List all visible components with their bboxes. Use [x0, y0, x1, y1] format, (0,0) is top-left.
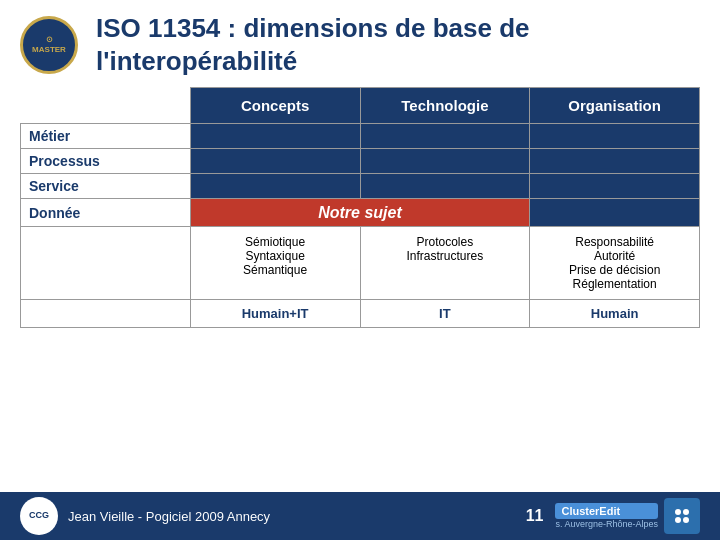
- cluster-edit-brand: ClusterEdit s. Auvergne-Rhône-Alpes: [555, 503, 658, 529]
- cell-processus-technologie: [360, 149, 530, 174]
- desc-row-label: [21, 227, 191, 300]
- bottom-technologie: IT: [360, 300, 530, 328]
- logo-text: ⊙MASTER: [32, 35, 66, 54]
- cell-service-organisation: [530, 174, 700, 199]
- desc-concepts-text: SémiotiqueSyntaxiqueSémantique: [243, 235, 307, 277]
- cell-service-technologie: [360, 174, 530, 199]
- footer: CCG Jean Vieille - Pogiciel 2009 Annecy …: [0, 492, 720, 540]
- dot-3: [675, 517, 681, 523]
- table-row-service: Service: [21, 174, 700, 199]
- dot-2: [683, 509, 689, 515]
- cell-metier-technologie: [360, 124, 530, 149]
- cell-metier-concepts: [190, 124, 360, 149]
- row-label-processus: Processus: [21, 149, 191, 174]
- desc-concepts: SémiotiqueSyntaxiqueSémantique: [190, 227, 360, 300]
- row-label-donnee: Donnée: [21, 199, 191, 227]
- bottom-row-label: [21, 300, 191, 328]
- footer-page-number: 11: [526, 507, 544, 525]
- cluster-icon: [664, 498, 700, 534]
- footer-label: Jean Vieille - Pogiciel 2009 Annecy: [68, 509, 270, 524]
- footer-right: 11 ClusterEdit s. Auvergne-Rhône-Alpes: [526, 498, 700, 534]
- footer-ccg-logo: CCG: [20, 497, 58, 535]
- col-header-empty: [21, 88, 191, 124]
- desc-technologie: ProtocolesInfrastructures: [360, 227, 530, 300]
- footer-brand: ClusterEdit s. Auvergne-Rhône-Alpes: [555, 498, 700, 534]
- bottom-concepts: Humain+IT: [190, 300, 360, 328]
- table-row-donnee: Donnée Notre sujet: [21, 199, 700, 227]
- main-content: Concepts Technologie Organisation Métier…: [0, 87, 720, 328]
- header-logo: ⊙MASTER: [20, 16, 78, 74]
- cell-metier-organisation: [530, 124, 700, 149]
- dot-4: [683, 517, 689, 523]
- title-line1: ISO 11354 : dimensions de base de: [96, 12, 530, 45]
- page-title: ISO 11354 : dimensions de base de l'inte…: [96, 12, 530, 77]
- desc-organisation-text: ResponsabilitéAutoritéPrise de décisionR…: [569, 235, 660, 291]
- title-line2: l'interopérabilité: [96, 45, 530, 78]
- col-header-organisation: Organisation: [530, 88, 700, 124]
- table-row-metier: Métier: [21, 124, 700, 149]
- footer-logo-text: CCG: [29, 511, 49, 521]
- cell-service-concepts: [190, 174, 360, 199]
- col-header-concepts: Concepts: [190, 88, 360, 124]
- cell-processus-organisation: [530, 149, 700, 174]
- notre-sujet-cell: Notre sujet: [190, 199, 530, 227]
- cluster-dots-top: [675, 509, 689, 515]
- table-row-description: SémiotiqueSyntaxiqueSémantique Protocole…: [21, 227, 700, 300]
- row-label-metier: Métier: [21, 124, 191, 149]
- header: ⊙MASTER ISO 11354 : dimensions de base d…: [0, 0, 720, 87]
- cell-donnee-organisation: [530, 199, 700, 227]
- col-header-technologie: Technologie: [360, 88, 530, 124]
- dot-1: [675, 509, 681, 515]
- table-row-bottom: Humain+IT IT Humain: [21, 300, 700, 328]
- bottom-organisation: Humain: [530, 300, 700, 328]
- brand-subtitle: s. Auvergne-Rhône-Alpes: [555, 519, 658, 529]
- desc-technologie-text: ProtocolesInfrastructures: [407, 235, 484, 263]
- cell-processus-concepts: [190, 149, 360, 174]
- brand-name: ClusterEdit: [555, 503, 658, 519]
- desc-organisation: ResponsabilitéAutoritéPrise de décisionR…: [530, 227, 700, 300]
- row-label-service: Service: [21, 174, 191, 199]
- iso-table: Concepts Technologie Organisation Métier…: [20, 87, 700, 328]
- cluster-dots-bottom: [675, 517, 689, 523]
- table-row-processus: Processus: [21, 149, 700, 174]
- footer-left: CCG Jean Vieille - Pogiciel 2009 Annecy: [20, 497, 270, 535]
